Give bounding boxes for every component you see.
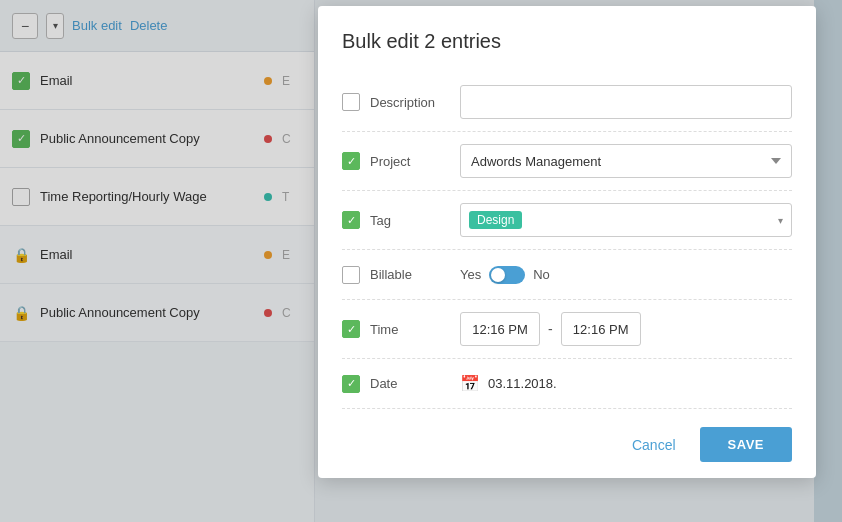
description-row: Description: [342, 73, 792, 132]
tag-arrow-icon: ▾: [778, 215, 783, 226]
tag-container[interactable]: Design ▾: [460, 203, 792, 237]
time-dash: -: [548, 321, 553, 337]
tag-checkbox[interactable]: [342, 211, 360, 229]
time-end-input[interactable]: [561, 312, 641, 346]
date-label: Date: [370, 376, 460, 391]
project-checkbox[interactable]: [342, 152, 360, 170]
billable-yes-label: Yes: [460, 267, 481, 282]
time-content: -: [460, 312, 792, 346]
date-value: 03.11.2018.: [488, 376, 557, 391]
description-label: Description: [370, 95, 460, 110]
time-checkbox[interactable]: [342, 320, 360, 338]
billable-label: Billable: [370, 267, 460, 282]
time-start-input[interactable]: [460, 312, 540, 346]
date-content: 📅 03.11.2018.: [460, 374, 792, 393]
date-container: 📅 03.11.2018.: [460, 374, 792, 393]
modal-title: Bulk edit 2 entries: [342, 30, 792, 53]
project-label: Project: [370, 154, 460, 169]
bulk-edit-modal: Bulk edit 2 entries Description Project …: [318, 6, 816, 478]
billable-toggle[interactable]: [489, 266, 525, 284]
tag-row: Tag Design ▾: [342, 191, 792, 250]
description-input[interactable]: [460, 85, 792, 119]
tag-label: Tag: [370, 213, 460, 228]
billable-content: Yes No: [460, 266, 792, 284]
billable-checkbox[interactable]: [342, 266, 360, 284]
date-checkbox[interactable]: [342, 375, 360, 393]
description-checkbox[interactable]: [342, 93, 360, 111]
cancel-button[interactable]: Cancel: [620, 429, 688, 461]
description-content: [460, 85, 792, 119]
time-row: Time -: [342, 300, 792, 359]
project-row: Project Adwords Management: [342, 132, 792, 191]
modal-footer: Cancel SAVE: [342, 413, 792, 478]
time-label: Time: [370, 322, 460, 337]
date-row: Date 📅 03.11.2018.: [342, 359, 792, 409]
save-button[interactable]: SAVE: [700, 427, 792, 462]
calendar-icon: 📅: [460, 374, 480, 393]
toggle-knob: [491, 268, 505, 282]
tag-content: Design ▾: [460, 203, 792, 237]
project-select[interactable]: Adwords Management: [460, 144, 792, 178]
billable-row: Billable Yes No: [342, 250, 792, 300]
tag-badge: Design: [469, 211, 522, 229]
billable-no-label: No: [533, 267, 550, 282]
project-content: Adwords Management: [460, 144, 792, 178]
time-container: -: [460, 312, 792, 346]
toggle-container: Yes No: [460, 266, 792, 284]
